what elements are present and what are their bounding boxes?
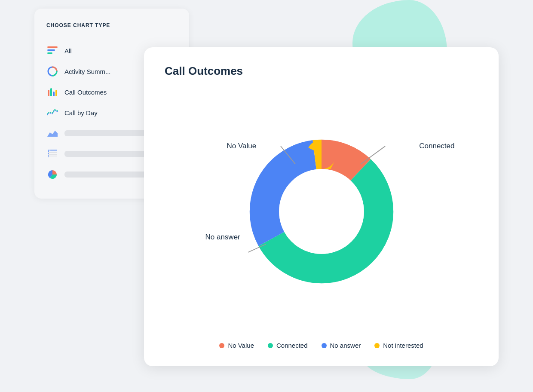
svg-rect-8: [48, 154, 57, 155]
label-no-answer: No answer: [205, 233, 240, 242]
donut-svg: [240, 130, 403, 293]
svg-rect-9: [48, 156, 57, 156]
legend-dot-no-value: [219, 343, 224, 348]
line-chart-icon: [46, 107, 58, 119]
svg-rect-2: [47, 52, 52, 54]
legend-item-no-value: No Value: [219, 342, 254, 349]
svg-rect-1: [47, 49, 55, 51]
svg-rect-0: [47, 46, 58, 48]
legend-label-connected: Connected: [276, 342, 308, 349]
legend-label-no-answer: No answer: [330, 342, 361, 349]
chart-area: No Value Connected No answer: [165, 92, 478, 331]
legend-dot-not-interested: [374, 343, 380, 348]
sidebar-title: CHOOSE CHART TYPE: [46, 22, 177, 28]
legend-dot-connected: [268, 343, 273, 348]
legend-item-not-interested: Not interested: [374, 342, 423, 349]
area-chart-icon: [46, 127, 58, 139]
donut-chart: No Value Connected No answer: [240, 130, 403, 293]
legend-label-not-interested: Not interested: [383, 342, 423, 349]
label-no-value: No Value: [227, 142, 257, 150]
bar-chart-icon: [46, 86, 58, 98]
chart-legend: No Value Connected No answer Not interes…: [165, 331, 478, 349]
svg-rect-7: [48, 152, 57, 153]
pie-icon: [46, 168, 58, 181]
donut-hole: [279, 169, 364, 254]
legend-label-no-value: No Value: [228, 342, 254, 349]
label-connected: Connected: [419, 142, 454, 150]
sidebar-item-activity-label: Activity Summ...: [64, 68, 111, 75]
table-icon: [1]: [46, 148, 58, 160]
legend-dot-no-answer: [322, 343, 327, 348]
legend-item-connected: Connected: [268, 342, 308, 349]
activity-icon: [46, 65, 58, 77]
filter-icon: [46, 45, 58, 57]
svg-text:[1]: [1]: [49, 150, 50, 151]
sidebar-item-call-by-day-label: Call by Day: [64, 109, 98, 116]
legend-item-no-answer: No answer: [322, 342, 361, 349]
sidebar-item-call-outcomes-label: Call Outcomes: [64, 89, 107, 96]
svg-marker-4: [47, 131, 58, 137]
card-title: Call Outcomes: [165, 64, 478, 78]
main-card: Call Outcomes No Value Connected No answ…: [144, 47, 499, 366]
sidebar-item-all-label: All: [64, 47, 72, 55]
